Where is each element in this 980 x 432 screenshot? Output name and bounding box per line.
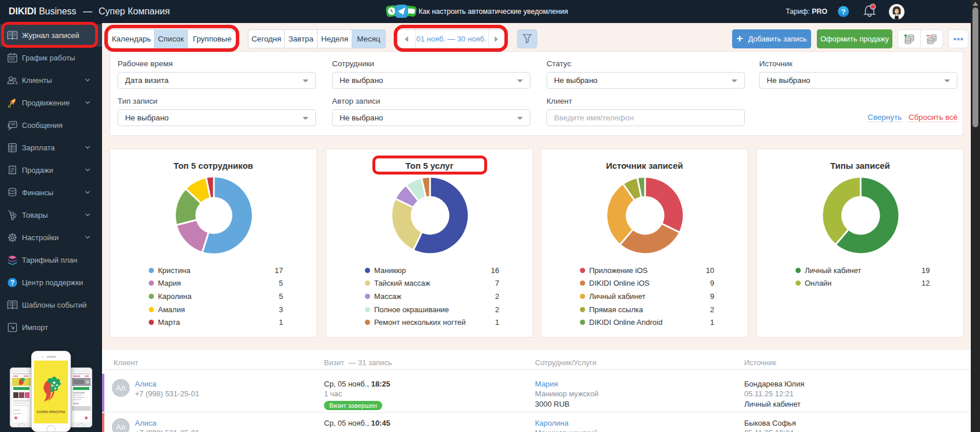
svg-text:?: ? <box>10 279 14 287</box>
svg-text:?: ? <box>841 8 846 16</box>
